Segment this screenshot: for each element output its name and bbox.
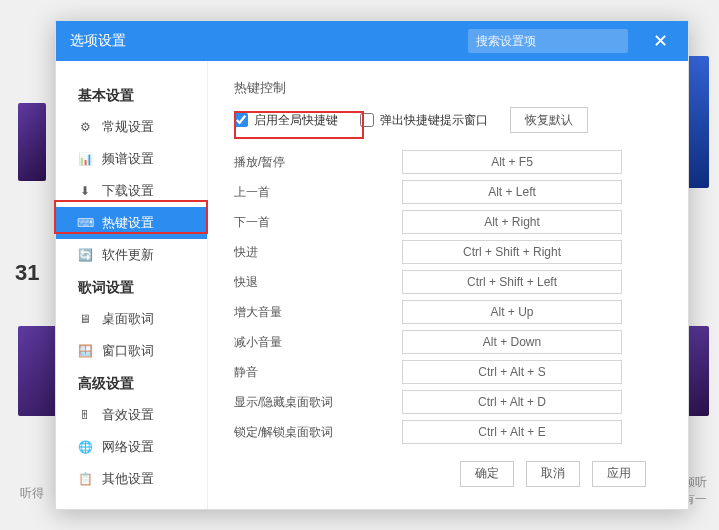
hotkey-input[interactable]: Ctrl + Alt + E (402, 420, 622, 444)
sidebar-item[interactable]: 🪟窗口歌词 (56, 335, 207, 367)
hotkey-row: 上一首Alt + Left (234, 177, 666, 207)
hotkey-label: 减小音量 (234, 334, 402, 351)
hotkey-label: 锁定/解锁桌面歌词 (234, 424, 402, 441)
sidebar-section-title: 歌词设置 (56, 271, 207, 303)
sidebar-item-icon: 🪟 (78, 344, 92, 358)
restore-default-button[interactable]: 恢复默认 (510, 107, 588, 133)
hotkey-label: 快退 (234, 274, 402, 291)
settings-modal: 选项设置 搜索设置项 ✕ 基本设置⚙常规设置📊频谱设置⬇下载设置⌨热键设置🔄软件… (55, 20, 689, 510)
sidebar-item-icon: ⬇ (78, 184, 92, 198)
apply-button[interactable]: 应用 (592, 461, 646, 487)
hotkey-input[interactable]: Alt + Up (402, 300, 622, 324)
hotkey-input[interactable]: Alt + Down (402, 330, 622, 354)
sidebar-item-icon: 📋 (78, 472, 92, 486)
hotkey-label: 显示/隐藏桌面歌词 (234, 394, 402, 411)
ok-button[interactable]: 确定 (460, 461, 514, 487)
hotkey-row: 快进Ctrl + Shift + Right (234, 237, 666, 267)
sidebar-item-icon: 🖥 (78, 312, 92, 326)
sidebar-item-label: 音效设置 (102, 406, 154, 424)
bg-number: 31 (15, 260, 39, 286)
hotkey-input[interactable]: Ctrl + Alt + S (402, 360, 622, 384)
close-button[interactable]: ✕ (646, 30, 674, 52)
popup-hint-input[interactable] (360, 113, 374, 127)
modal-footer: 确定 取消 应用 (234, 449, 666, 497)
sidebar-item-label: 软件更新 (102, 246, 154, 264)
hotkey-label: 播放/暂停 (234, 154, 402, 171)
hotkey-row: 静音Ctrl + Alt + S (234, 357, 666, 387)
enable-global-hotkey-label: 启用全局快捷键 (254, 112, 338, 129)
popup-hint-checkbox[interactable]: 弹出快捷键提示窗口 (360, 112, 488, 129)
sidebar: 基本设置⚙常规设置📊频谱设置⬇下载设置⌨热键设置🔄软件更新歌词设置🖥桌面歌词🪟窗… (56, 61, 208, 509)
popup-hint-label: 弹出快捷键提示窗口 (380, 112, 488, 129)
sidebar-item[interactable]: ⚙常规设置 (56, 111, 207, 143)
search-placeholder: 搜索设置项 (476, 33, 536, 50)
section-title: 热键控制 (234, 79, 666, 97)
sidebar-item[interactable]: 🔄软件更新 (56, 239, 207, 271)
sidebar-item[interactable]: ⌨热键设置 (56, 207, 207, 239)
cancel-button[interactable]: 取消 (526, 461, 580, 487)
search-input[interactable]: 搜索设置项 (468, 29, 628, 53)
hotkey-input[interactable]: Ctrl + Shift + Right (402, 240, 622, 264)
hotkey-row: 显示/隐藏桌面歌词Ctrl + Alt + D (234, 387, 666, 417)
sidebar-item[interactable]: 📊频谱设置 (56, 143, 207, 175)
hotkey-input[interactable]: Alt + F5 (402, 150, 622, 174)
enable-global-hotkey-input[interactable] (234, 113, 248, 127)
sidebar-item-icon: ⚙ (78, 120, 92, 134)
hotkey-input[interactable]: Alt + Right (402, 210, 622, 234)
hotkey-list: 播放/暂停Alt + F5上一首Alt + Left下一首Alt + Right… (234, 147, 666, 449)
sidebar-item-label: 下载设置 (102, 182, 154, 200)
sidebar-item-label: 桌面歌词 (102, 310, 154, 328)
hotkey-label: 静音 (234, 364, 402, 381)
sidebar-section-title: 高级设置 (56, 367, 207, 399)
hotkey-row: 减小音量Alt + Down (234, 327, 666, 357)
sidebar-item-icon: 🌐 (78, 440, 92, 454)
hotkey-label: 下一首 (234, 214, 402, 231)
hotkey-input[interactable]: Ctrl + Shift + Left (402, 270, 622, 294)
hotkey-input[interactable]: Ctrl + Alt + D (402, 390, 622, 414)
sidebar-item-icon: 🎚 (78, 408, 92, 422)
hotkey-label: 增大音量 (234, 304, 402, 321)
sidebar-item[interactable]: 🌐网络设置 (56, 431, 207, 463)
hotkey-row: 锁定/解锁桌面歌词Ctrl + Alt + E (234, 417, 666, 447)
sidebar-item-icon: 🔄 (78, 248, 92, 262)
bg-caption-left: 听得 (20, 485, 44, 502)
sidebar-item[interactable]: 🎚音效设置 (56, 399, 207, 431)
sidebar-item-label: 网络设置 (102, 438, 154, 456)
sidebar-item-label: 热键设置 (102, 214, 154, 232)
hotkey-input[interactable]: Alt + Left (402, 180, 622, 204)
sidebar-item-label: 常规设置 (102, 118, 154, 136)
enable-global-hotkey-checkbox[interactable]: 启用全局快捷键 (234, 112, 338, 129)
sidebar-item-icon: 📊 (78, 152, 92, 166)
sidebar-item[interactable]: 📋其他设置 (56, 463, 207, 495)
modal-title: 选项设置 (70, 32, 126, 50)
sidebar-item[interactable]: ⬇下载设置 (56, 175, 207, 207)
sidebar-item-label: 窗口歌词 (102, 342, 154, 360)
hotkey-row: 快退Ctrl + Shift + Left (234, 267, 666, 297)
sidebar-item-icon: ⌨ (78, 216, 92, 230)
sidebar-item[interactable]: 🖥桌面歌词 (56, 303, 207, 335)
hotkey-row: 下一首Alt + Right (234, 207, 666, 237)
modal-header: 选项设置 搜索设置项 ✕ (56, 21, 688, 61)
hotkey-row: 增大音量Alt + Up (234, 297, 666, 327)
hotkey-label: 上一首 (234, 184, 402, 201)
hotkey-label: 快进 (234, 244, 402, 261)
sidebar-item-label: 频谱设置 (102, 150, 154, 168)
sidebar-section-title: 基本设置 (56, 79, 207, 111)
sidebar-item-label: 其他设置 (102, 470, 154, 488)
main-panel: 热键控制 启用全局快捷键 弹出快捷键提示窗口 恢复默认 播放/暂停Alt + F… (208, 61, 688, 509)
hotkey-row: 播放/暂停Alt + F5 (234, 147, 666, 177)
